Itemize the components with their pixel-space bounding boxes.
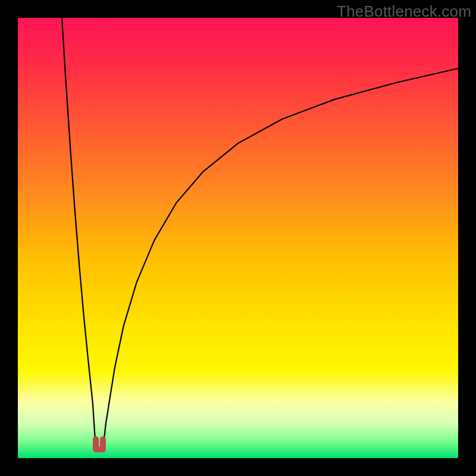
chart-frame: TheBottleneck.com [0, 0, 476, 476]
plot-area [18, 18, 458, 458]
bottleneck-chart [18, 18, 458, 458]
